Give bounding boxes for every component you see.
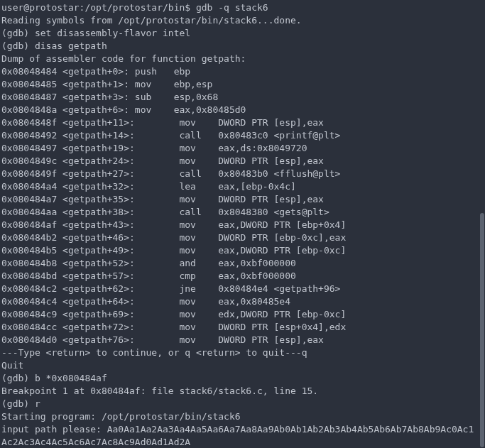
terminal-line: 0x080484d0 <getpath+76>: mov DWORD PTR […	[1, 334, 478, 346]
terminal-line: 0x0804848f <getpath+11>: mov DWORD PTR […	[1, 116, 478, 129]
terminal-line: input path please: Aa0Aa1Aa2Aa3Aa4Aa5Aa6…	[1, 423, 478, 448]
scrollbar-thumb[interactable]	[480, 213, 484, 447]
terminal-line: 0x0804848a <getpath+6>: mov eax,0x80485d…	[1, 104, 478, 116]
terminal-line: user@protostar:/opt/protostar/bin$ gdb -…	[1, 1, 478, 14]
terminal-line: Starting program: /opt/protostar/bin/sta…	[1, 410, 478, 423]
terminal-line: Breakpoint 1 at 0x80484af: file stack6/s…	[1, 385, 478, 398]
terminal-line: (gdb) disas getpath	[1, 40, 478, 53]
terminal-line: Dump of assembler code for function getp…	[1, 53, 478, 65]
terminal-line: ---Type <return> to continue, or q <retu…	[1, 346, 478, 359]
terminal-line: 0x080484af <getpath+43>: mov eax,DWORD P…	[1, 219, 478, 231]
terminal-line: Reading symbols from /opt/protostar/bin/…	[1, 14, 478, 27]
terminal-line: (gdb) set disassembly-flavor intel	[1, 27, 478, 40]
terminal-line: 0x080484c9 <getpath+69>: mov edx,DWORD P…	[1, 308, 478, 321]
terminal-line: 0x08048485 <getpath+1>: mov ebp,esp	[1, 78, 478, 91]
terminal-line: 0x080484c2 <getpath+62>: jne 0x80484e4 <…	[1, 283, 478, 295]
scrollbar[interactable]	[479, 0, 485, 448]
terminal-line: 0x080484aa <getpath+38>: call 0x8048380 …	[1, 206, 478, 219]
terminal-line: (gdb) b *0x080484af	[1, 372, 478, 385]
terminal-line: 0x080484bd <getpath+57>: cmp eax,0xbf000…	[1, 270, 478, 283]
terminal-line: 0x08048492 <getpath+14>: call 0x80483c0 …	[1, 129, 478, 142]
terminal-line: 0x08048487 <getpath+3>: sub esp,0x68	[1, 91, 478, 104]
terminal-line: (gdb) r	[1, 398, 478, 410]
terminal-line: 0x08048497 <getpath+19>: mov eax,ds:0x80…	[1, 142, 478, 155]
terminal-output[interactable]: user@protostar:/opt/protostar/bin$ gdb -…	[0, 0, 479, 448]
terminal-line: 0x080484b2 <getpath+46>: mov DWORD PTR […	[1, 231, 478, 244]
terminal-line: 0x08048484 <getpath+0>: push ebp	[1, 65, 478, 78]
terminal-line: 0x080484cc <getpath+72>: mov DWORD PTR […	[1, 321, 478, 334]
terminal-line: 0x0804849c <getpath+24>: mov DWORD PTR […	[1, 155, 478, 168]
terminal-line: 0x080484c4 <getpath+64>: mov eax,0x80485…	[1, 295, 478, 308]
terminal-line: 0x080484a4 <getpath+32>: lea eax,[ebp-0x…	[1, 180, 478, 193]
terminal-line: Quit	[1, 359, 478, 372]
terminal-line: 0x0804849f <getpath+27>: call 0x80483b0 …	[1, 168, 478, 180]
terminal-line: 0x080484b5 <getpath+49>: mov eax,DWORD P…	[1, 244, 478, 257]
terminal-line: 0x080484b8 <getpath+52>: and eax,0xbf000…	[1, 257, 478, 270]
terminal-line: 0x080484a7 <getpath+35>: mov DWORD PTR […	[1, 193, 478, 206]
